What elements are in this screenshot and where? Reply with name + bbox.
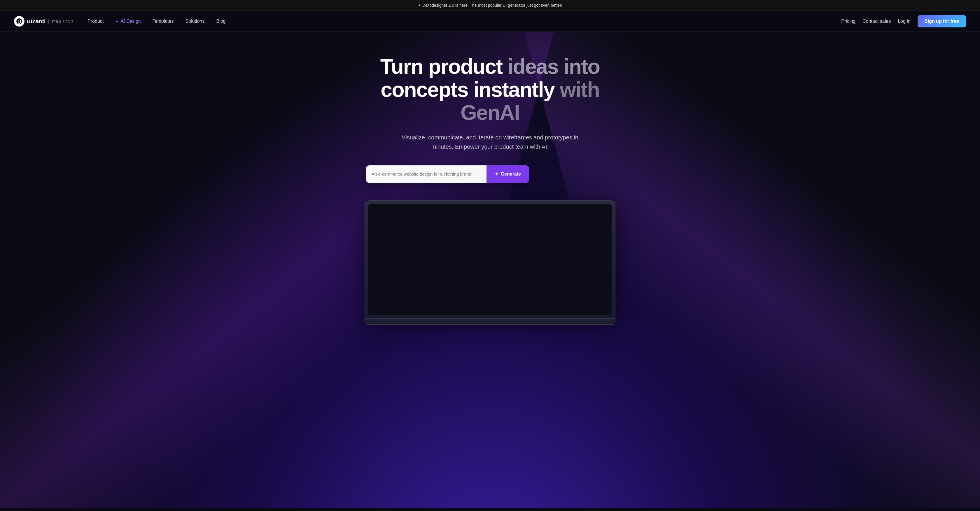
generate-btn-label: Generate bbox=[501, 172, 521, 177]
logo-icon bbox=[14, 16, 24, 27]
nav-links: Product ✦ AI Design Templates Solutions … bbox=[83, 16, 230, 26]
navbar: uizard miro LABS Product ✦ AI Design Tem… bbox=[0, 11, 980, 32]
hero-subtitle: Visualize, communicate, and iterate on w… bbox=[391, 133, 589, 151]
miro-labs-text: LABS bbox=[63, 19, 73, 23]
hero-content: Turn product ideas into concepts instant… bbox=[359, 55, 621, 201]
nav-link-ai-design[interactable]: ✦ AI Design bbox=[111, 16, 145, 26]
ai-sparkle-icon: ✦ bbox=[115, 19, 119, 24]
hero-title: Turn product ideas into concepts instant… bbox=[366, 55, 614, 124]
hero-title-concepts-instantly: concepts instantly bbox=[381, 78, 554, 101]
generate-sparkle-icon: ✦ bbox=[495, 171, 498, 177]
signup-button[interactable]: Sign up for free bbox=[918, 15, 966, 27]
miro-text: miro bbox=[52, 19, 61, 24]
brand-name: uizard bbox=[27, 18, 45, 25]
nav-link-blog[interactable]: Blog bbox=[212, 16, 230, 26]
navbar-right: Pricing Contact sales Log in Sign up for… bbox=[841, 15, 966, 27]
laptop-chin bbox=[364, 319, 616, 325]
announcement-text: Autodesigner 2.0 is here. The most popul… bbox=[423, 3, 562, 8]
generate-button[interactable]: ✦ Generate bbox=[487, 166, 529, 183]
nav-link-templates[interactable]: Templates bbox=[148, 16, 178, 26]
nav-item-solutions[interactable]: Solutions bbox=[181, 19, 209, 24]
hero-section: Turn product ideas into concepts instant… bbox=[0, 32, 980, 508]
laptop-frame bbox=[364, 201, 616, 319]
sparkle-icon: ✦ bbox=[418, 3, 421, 8]
laptop-screen bbox=[368, 204, 612, 315]
ai-design-label: AI Design bbox=[121, 19, 141, 24]
laptop-preview bbox=[364, 201, 616, 325]
nav-item-blog[interactable]: Blog bbox=[212, 19, 230, 24]
hero-title-ideas-into: ideas into bbox=[508, 55, 600, 78]
nav-link-product[interactable]: Product bbox=[83, 16, 108, 26]
hero-title-turn-product: Turn product bbox=[380, 55, 503, 78]
nav-item-ai-design[interactable]: ✦ AI Design bbox=[111, 16, 145, 26]
logo-area: uizard miro LABS bbox=[14, 16, 73, 27]
nav-link-pricing[interactable]: Pricing bbox=[841, 19, 856, 24]
miro-badge: miro LABS bbox=[48, 19, 73, 24]
nav-link-contact[interactable]: Contact sales bbox=[862, 19, 891, 24]
nav-item-product[interactable]: Product bbox=[83, 19, 108, 24]
generate-bar: ✦ Generate bbox=[366, 166, 529, 183]
generate-input[interactable] bbox=[366, 172, 487, 177]
uizard-logo[interactable]: uizard bbox=[14, 16, 45, 27]
nav-item-templates[interactable]: Templates bbox=[148, 19, 178, 24]
nav-link-solutions[interactable]: Solutions bbox=[181, 16, 209, 26]
navbar-left: uizard miro LABS Product ✦ AI Design Tem… bbox=[14, 16, 230, 27]
announcement-bar: ✦ Autodesigner 2.0 is here. The most pop… bbox=[0, 0, 980, 11]
nav-link-login[interactable]: Log in bbox=[898, 19, 911, 24]
